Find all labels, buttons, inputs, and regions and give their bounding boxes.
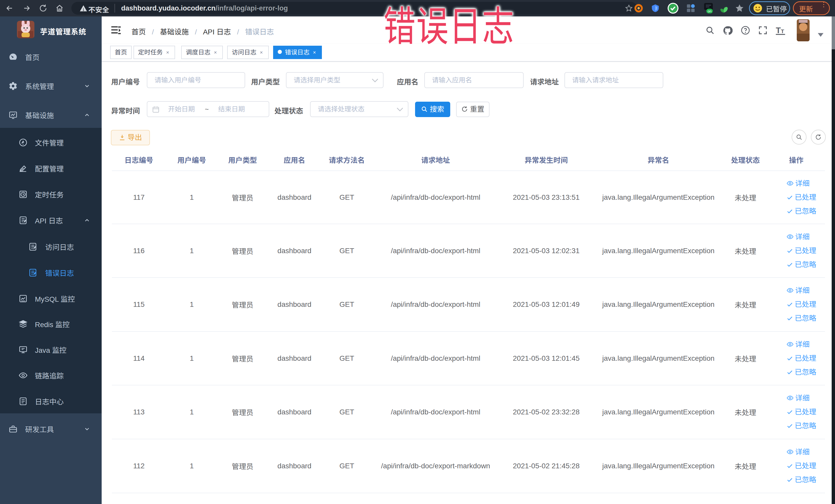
svg-text:T: T	[776, 26, 781, 35]
svg-text:on: on	[708, 9, 712, 13]
svg-text:T: T	[781, 28, 784, 34]
